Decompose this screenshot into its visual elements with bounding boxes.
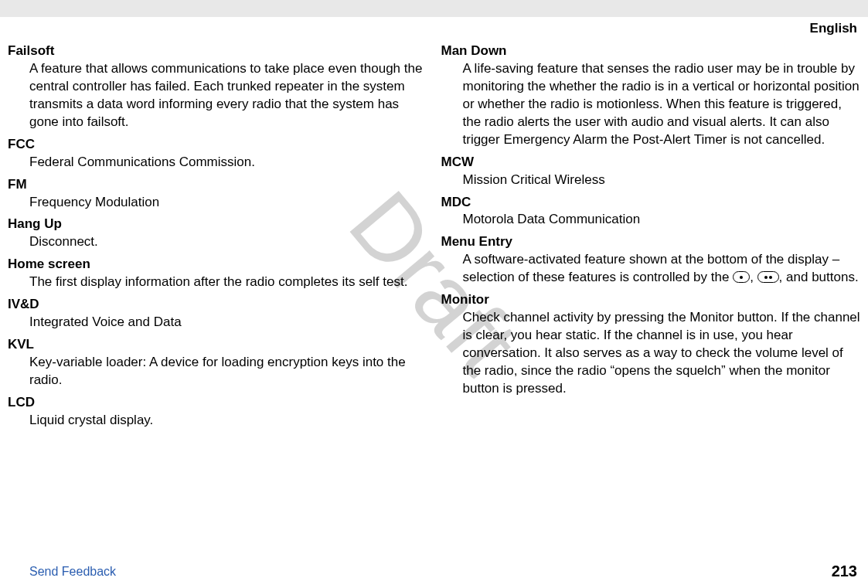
softkey-two-dot-icon	[757, 271, 779, 283]
page-number: 213	[832, 563, 857, 580]
language-label: English	[0, 17, 868, 42]
def-monitor: Check channel activity by pressing the M…	[463, 309, 861, 398]
term-kvl: KVL	[8, 336, 427, 354]
term-mdc: MDC	[441, 194, 861, 212]
def-fcc: Federal Communications Commission.	[29, 154, 427, 172]
def-hangup: Disconnect.	[29, 233, 427, 251]
term-menuentry: Menu Entry	[441, 233, 861, 251]
term-lcd: LCD	[8, 394, 427, 412]
def-lcd: Liquid crystal display.	[29, 412, 427, 430]
term-fcc: FCC	[8, 136, 427, 154]
term-ivd: IV&D	[8, 296, 427, 314]
def-homescreen: The first display information after the …	[29, 274, 427, 291]
top-bar	[0, 0, 868, 17]
left-column: Failsoft A feature that allows communica…	[8, 42, 427, 433]
def-fm: Frequency Modulation	[29, 194, 427, 212]
term-failsoft: Failsoft	[8, 42, 427, 60]
def-mdc: Motorola Data Communication	[463, 211, 861, 229]
def-failsoft: A feature that allows communications to …	[29, 60, 427, 131]
term-mcw: MCW	[441, 154, 861, 172]
def-menuentry-post: , and buttons.	[779, 270, 859, 284]
def-mcw: Mission Critical Wireless	[463, 172, 861, 189]
def-mandown: A life-saving feature that senses the ra…	[463, 60, 861, 149]
glossary-content: Failsoft A feature that allows communica…	[0, 42, 868, 433]
term-hangup: Hang Up	[8, 216, 427, 233]
def-kvl: Key-variable loader: A device for loadin…	[29, 354, 427, 389]
term-monitor: Monitor	[441, 291, 861, 309]
term-fm: FM	[8, 176, 427, 194]
term-homescreen: Home screen	[8, 256, 427, 274]
term-mandown: Man Down	[441, 42, 861, 60]
send-feedback-link[interactable]: Send Feedback	[29, 565, 116, 579]
def-menuentry: A software-activated feature shown at th…	[463, 251, 861, 287]
softkey-one-dot-icon	[733, 271, 750, 283]
page-footer: Send Feedback 213	[0, 563, 868, 580]
def-ivd: Integrated Voice and Data	[29, 314, 427, 331]
right-column: Man Down A life-saving feature that sens…	[441, 42, 861, 433]
